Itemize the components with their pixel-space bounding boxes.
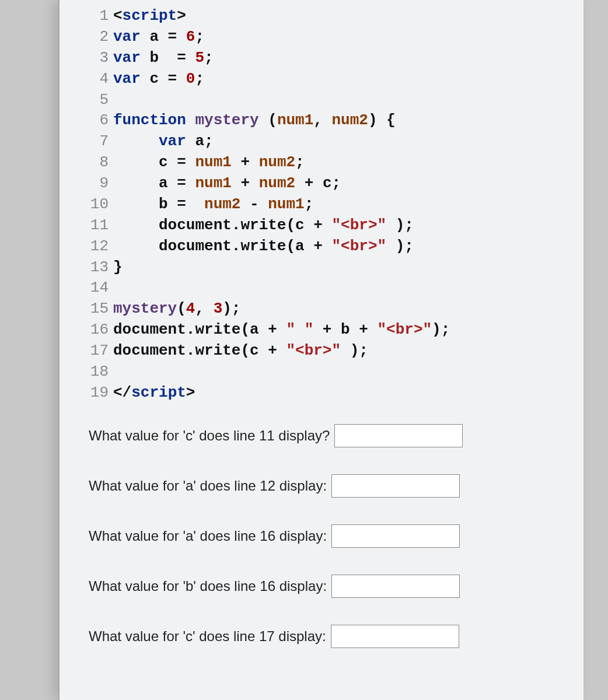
code-token: var — [113, 70, 141, 88]
code-token: script — [123, 7, 177, 24]
code-token: > — [177, 7, 186, 24]
code-token: b = — [141, 49, 195, 66]
code-line: 9 a = num1 + num2 + c; — [83, 173, 572, 194]
code-line: 12 document.write(a + "<br>" ); — [83, 236, 572, 257]
code-token: num1 — [195, 153, 231, 171]
code-token: "<br>" — [331, 216, 386, 234]
code-token: 0 — [186, 70, 195, 88]
code-token: script — [131, 384, 186, 401]
code-token: c = — [141, 70, 186, 88]
question-label: What value for 'b' does line 16 display: — [89, 578, 327, 594]
code-token: function — [113, 111, 186, 129]
code-token: ; — [305, 195, 314, 213]
code-token: < — [113, 7, 123, 24]
line-number: 18 — [83, 362, 109, 383]
code-token: 6 — [186, 28, 195, 46]
code-token: mystery — [195, 111, 258, 129]
line-number: 16 — [83, 320, 109, 341]
code-token: ; — [195, 70, 204, 88]
line-number: 11 — [83, 215, 109, 236]
code-token: a = — [141, 28, 186, 46]
code-token: document.write(c + — [113, 216, 331, 234]
code-token: 5 — [195, 49, 204, 66]
question-label: What value for 'a' does line 12 display: — [89, 478, 327, 494]
question-row: What value for 'c' does line 11 display? — [89, 424, 572, 447]
code-token: + c; — [295, 174, 341, 192]
code-token: document.write(a + — [113, 321, 286, 338]
code-token: b = — [113, 195, 204, 213]
line-number: 6 — [83, 110, 109, 131]
code-token: num2 — [259, 174, 295, 192]
code-token: - — [240, 195, 268, 213]
code-token: ); — [386, 216, 414, 234]
code-token: num1 — [195, 174, 231, 192]
code-token: " " — [286, 321, 313, 338]
code-token: ; — [295, 153, 305, 171]
code-token: , — [313, 111, 331, 129]
code-token: c = — [113, 153, 195, 171]
line-number: 12 — [83, 236, 109, 257]
code-line: 11 document.write(c + "<br>" ); — [83, 215, 572, 236]
question-row: What value for 'b' does line 16 display: — [89, 575, 572, 598]
answer-input[interactable] — [331, 524, 460, 548]
line-number: 5 — [83, 90, 109, 111]
code-token: 4 — [186, 300, 195, 317]
code-token: document.write(c + — [113, 342, 286, 359]
code-token: document.write(a + — [113, 237, 331, 255]
code-token: var — [113, 49, 141, 66]
answer-input[interactable] — [331, 625, 459, 648]
line-number: 2 — [83, 27, 109, 48]
line-number: 9 — [83, 173, 109, 194]
question-label: What value for 'c' does line 11 display? — [89, 428, 330, 444]
code-token: num1 — [277, 111, 313, 129]
code-token: var — [159, 132, 186, 150]
code-line: 1<script> — [83, 6, 572, 27]
code-line: 16document.write(a + " " + b + "<br>"); — [83, 320, 572, 341]
line-number: 19 — [83, 383, 109, 404]
code-token: "<br>" — [331, 237, 386, 255]
code-token: num2 — [259, 153, 295, 171]
line-number: 7 — [83, 131, 109, 152]
code-token — [186, 111, 195, 129]
question-row: What value for 'a' does line 16 display: — [89, 524, 572, 548]
code-token: a; — [186, 132, 214, 150]
code-token: var — [113, 28, 141, 46]
code-line: 10 b = num2 - num1; — [83, 194, 572, 215]
code-token: "<br>" — [286, 342, 341, 359]
code-token: num1 — [268, 195, 304, 213]
code-token: 3 — [214, 300, 223, 317]
line-number: 15 — [83, 299, 109, 320]
code-token: ; — [195, 28, 204, 46]
question-label: What value for 'c' does line 17 display: — [89, 628, 326, 645]
code-token: ); — [222, 300, 240, 317]
question-row: What value for 'a' does line 12 display: — [89, 474, 572, 498]
code-line: 17document.write(c + "<br>" ); — [83, 341, 572, 362]
code-token — [113, 132, 159, 150]
answer-input[interactable] — [331, 575, 460, 598]
code-line: 15mystery(4, 3); — [83, 299, 572, 320]
code-token: num2 — [332, 111, 368, 129]
code-token: a = — [113, 174, 195, 192]
answer-input[interactable] — [334, 424, 463, 447]
code-block: 1<script>2var a = 6;3var b = 5;4var c = … — [83, 6, 572, 404]
code-token: num2 — [204, 195, 240, 213]
code-token: ; — [204, 49, 214, 66]
question-row: What value for 'c' does line 17 display: — [89, 625, 572, 648]
code-line: 18 — [83, 362, 572, 383]
code-line: 6function mystery (num1, num2) { — [83, 110, 572, 131]
code-token: , — [195, 300, 213, 317]
code-line: 4var c = 0; — [83, 69, 572, 90]
line-number: 4 — [83, 69, 109, 90]
code-token: ); — [386, 237, 414, 255]
code-token: ( — [177, 300, 186, 317]
line-number: 17 — [83, 341, 109, 362]
line-number: 14 — [83, 278, 109, 299]
code-token: ( — [259, 111, 277, 129]
code-line: 3var b = 5; — [83, 48, 572, 69]
code-line: 14 — [83, 278, 572, 299]
answer-input[interactable] — [331, 474, 460, 498]
code-line: 5 — [83, 90, 572, 111]
line-number: 1 — [83, 6, 109, 27]
code-token: </ — [113, 384, 131, 401]
code-token: + — [232, 153, 259, 171]
